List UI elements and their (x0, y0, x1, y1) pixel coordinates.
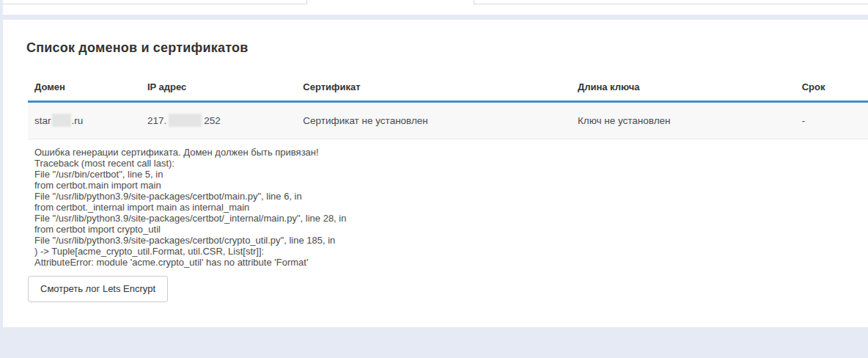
censored-blur (169, 114, 202, 127)
tab-active[interactable] (308, 0, 474, 4)
table-header-row: Домен IP адрес Сертификат Длина ключа Ср… (28, 67, 868, 102)
column-header-domain: Домен (28, 67, 141, 102)
traceback-line: File "/usr/lib/python3.9/site-packages/c… (34, 235, 868, 246)
traceback-line: Traceback (most recent call last): (34, 158, 868, 169)
column-header-term: Срок (795, 67, 868, 102)
column-header-key-length: Длина ключа (571, 67, 795, 102)
term-cell: - (795, 102, 868, 139)
censored-blur (52, 114, 71, 127)
view-lets-encrypt-log-button[interactable]: Смотреть лог Lets Encrypt (28, 276, 168, 302)
ip-cell: 217.252 (141, 102, 296, 139)
key-length-cell: Ключ не установлен (571, 102, 795, 139)
content-card: Список доменов и сертификатов Домен IP а… (3, 20, 868, 327)
tab-bar (3, 0, 868, 15)
ip-suffix: 252 (204, 115, 221, 126)
ip-prefix: 217. (147, 115, 166, 126)
certificate-error-traceback: Ошибка генерации сертификата. Домен долж… (34, 147, 868, 268)
certificate-cell: Сертификат не установлен (296, 102, 571, 139)
traceback-line: from certbot.main import main (34, 180, 868, 191)
traceback-line: from certbot._internal import main as in… (34, 202, 868, 213)
domain-suffix: .ru (72, 115, 84, 126)
page-root: { "page": { "heading": "Список доменов и… (0, 0, 868, 358)
column-header-certificate: Сертификат (296, 67, 571, 102)
traceback-line: from certbot import crypto_util (34, 224, 868, 235)
tab-left[interactable] (3, 0, 307, 4)
domain-prefix: star (34, 115, 51, 126)
table-row[interactable]: star.ru 217.252 Сертификат не установлен… (28, 102, 868, 139)
column-header-ip: IP адрес (141, 67, 296, 102)
traceback-line: File "/usr/lib/python3.9/site-packages/c… (34, 213, 868, 224)
page-title: Список доменов и сертификатов (26, 40, 868, 55)
traceback-line: AttributeError: module 'acme.crypto_util… (34, 257, 868, 268)
traceback-line: File "/usr/bin/certbot", line 5, in (34, 169, 868, 180)
traceback-line: Ошибка генерации сертификата. Домен долж… (34, 147, 868, 158)
traceback-line: File "/usr/lib/python3.9/site-packages/c… (34, 191, 868, 202)
domains-table: Домен IP адрес Сертификат Длина ключа Ср… (28, 67, 868, 139)
tab-right[interactable] (474, 0, 868, 4)
domain-cell: star.ru (28, 102, 141, 139)
traceback-line: ) -> Tuple[acme_crypto_util.Format, util… (34, 246, 868, 257)
